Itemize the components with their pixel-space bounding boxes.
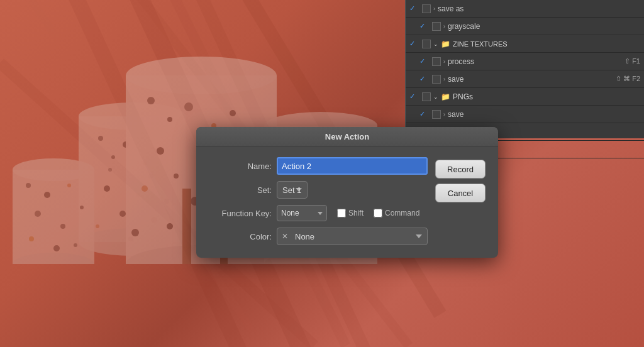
color-label: Color: [209, 232, 272, 241]
dialog-fields: Name: Set: Set 1 Function [209, 157, 428, 245]
command-group: Command [374, 209, 419, 218]
color-select-wrapper: ✕ None Red Orange Yellow Green Blue [277, 228, 428, 245]
dialog-main-section: Name: Set: Set 1 Function [209, 157, 486, 245]
dialog-buttons: Record Cancel [435, 160, 486, 202]
shift-group: Shift [337, 209, 364, 218]
function-key-select[interactable]: None F1F2F3 F4F5F6 [277, 205, 327, 221]
dialog-title: New Action [196, 127, 498, 147]
color-select[interactable]: None Red Orange Yellow Green Blue [277, 228, 428, 245]
record-button[interactable]: Record [435, 160, 486, 179]
func-key-controls: None F1F2F3 F4F5F6 Shift Command [277, 205, 419, 221]
cancel-button[interactable]: Cancel [435, 184, 486, 202]
function-key-row: Function Key: None F1F2F3 F4F5F6 Shift [209, 205, 428, 221]
command-checkbox[interactable] [374, 209, 382, 218]
set-select-wrapper: Set 1 [277, 181, 428, 199]
name-row: Name: [209, 157, 428, 175]
new-action-dialog: New Action Name: Set: Set 1 [196, 127, 498, 258]
set-label: Set: [209, 185, 272, 195]
function-key-label: Function Key: [209, 209, 272, 218]
name-input[interactable] [277, 157, 428, 175]
shift-checkbox[interactable] [337, 209, 346, 218]
set-select[interactable]: Set 1 [277, 181, 308, 199]
color-row: Color: ✕ None Red Orange Yellow Green Bl… [209, 228, 428, 245]
command-label: Command [385, 209, 419, 218]
dialog-body: Name: Set: Set 1 Function [196, 147, 498, 258]
shift-label: Shift [348, 209, 364, 218]
set-row: Set: Set 1 [209, 181, 428, 199]
name-label: Name: [209, 162, 272, 171]
dialog-overlay: New Action Name: Set: Set 1 [0, 0, 644, 347]
